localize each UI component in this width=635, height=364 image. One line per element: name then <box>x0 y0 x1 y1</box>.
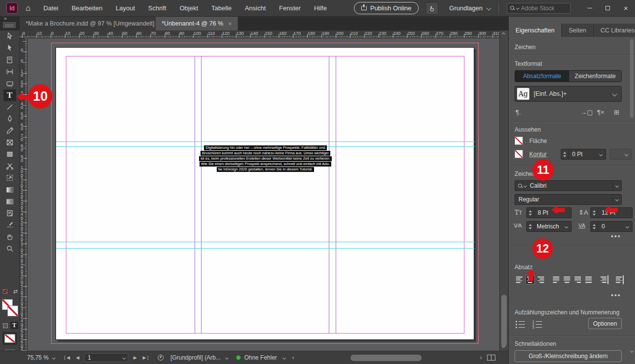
justify-all-button[interactable] <box>584 275 593 284</box>
scrollbar-thumb[interactable] <box>350 355 422 361</box>
chevron-down-icon[interactable] <box>52 356 56 359</box>
close-button[interactable]: × <box>617 2 635 15</box>
ruler-guide[interactable] <box>56 248 475 249</box>
font-style-dropdown[interactable]: Regular <box>515 194 622 205</box>
stroke-weight-field[interactable]: 0 Pt <box>561 149 606 160</box>
formatting-affects-container-icon[interactable] <box>3 323 8 328</box>
paragraph-marks-icon[interactable]: ¶. <box>516 109 521 116</box>
tracking-field[interactable]: 0 <box>590 221 633 232</box>
line-tool[interactable] <box>3 101 16 113</box>
new-style-icon[interactable]: ⊞ <box>614 109 619 116</box>
vertical-ruler[interactable]: 001 02 03 04 05 06 07 08 09 01 0 01 1 01… <box>20 38 28 351</box>
zeichenformate-segment[interactable]: Zeichenformate <box>569 71 621 82</box>
ruler-guide[interactable] <box>56 242 475 242</box>
scissors-tool[interactable] <box>3 160 16 172</box>
free-transform-tool[interactable] <box>3 172 16 184</box>
preflight-icon[interactable] <box>158 355 164 361</box>
clear-overrides-icon[interactable]: ¶× <box>597 109 605 116</box>
search-input[interactable] <box>521 5 567 12</box>
stepper[interactable] <box>527 208 534 218</box>
scroll-right-icon[interactable]: › <box>480 354 482 361</box>
bullet-list-icon[interactable] <box>516 321 525 328</box>
menu-hilfe[interactable]: Hilfe <box>314 4 327 12</box>
canvas-vertical-scrollbar[interactable] <box>499 30 508 351</box>
direct-selection-tool[interactable] <box>3 42 16 54</box>
apply-color-button[interactable] <box>2 332 17 345</box>
close-tab-icon[interactable]: × <box>228 20 232 28</box>
document-page[interactable]: Digitalisierung hin oder her – ohne mehr… <box>56 47 474 340</box>
font-size-field[interactable]: 8 Pt <box>526 207 572 218</box>
align-right-button[interactable] <box>536 275 546 284</box>
panel-collapse-icon[interactable]: » <box>4 16 6 21</box>
kerning-field[interactable]: Metrisch <box>526 221 572 232</box>
horizontal-ruler[interactable]: 0100102030405060708090100110120130140150… <box>20 30 499 38</box>
options-button[interactable]: Optionen <box>588 318 622 329</box>
align-left-button[interactable] <box>515 275 524 284</box>
error-status[interactable]: Ohne Fehler <box>244 354 277 361</box>
stepper[interactable] <box>591 208 598 218</box>
pen-tool[interactable] <box>3 113 16 125</box>
spread-view-icon[interactable] <box>487 355 495 361</box>
chevron-down-icon[interactable] <box>225 356 229 359</box>
menu-ansicht[interactable]: Ansicht <box>245 4 266 12</box>
font-family-dropdown[interactable]: Calibri <box>515 180 622 191</box>
selected-text-frame[interactable]: Digitalisierung hin oder her – ohne mehr… <box>195 145 336 172</box>
type-tool[interactable]: T <box>3 89 16 101</box>
adobe-stock-search[interactable] <box>507 3 571 14</box>
stroke-label[interactable]: Kontur <box>529 151 547 158</box>
maximize-button[interactable] <box>599 2 617 15</box>
align-away-from-spine-button[interactable] <box>614 275 624 284</box>
paragraph-style-dropdown[interactable]: Ag [Einf. Abs.]+ <box>515 86 622 102</box>
absatzformate-segment[interactable]: Absatzformate <box>515 71 569 82</box>
justify-center-button[interactable] <box>562 275 572 284</box>
panel-scrollbar-thumb[interactable] <box>630 39 634 118</box>
stepper[interactable] <box>591 222 598 231</box>
previous-page-button[interactable]: ◀ <box>76 355 80 360</box>
more-options-icon[interactable]: ••• <box>611 232 621 240</box>
chevron-down-icon[interactable] <box>283 356 286 359</box>
formatting-affects-text-icon[interactable]: T <box>10 322 18 329</box>
panel-scroll-down-icon[interactable] <box>631 347 633 354</box>
scroll-left-icon[interactable]: ‹ <box>292 354 294 361</box>
numbered-list-icon[interactable]: 1 2 3 <box>532 321 542 328</box>
zoom-tool[interactable] <box>3 243 16 254</box>
default-fill-stroke-icon[interactable]: ⇄ <box>2 288 19 297</box>
fill-color-swatch[interactable] <box>515 137 523 145</box>
selection-tool[interactable] <box>3 30 16 42</box>
align-towards-spine-button[interactable] <box>599 275 608 284</box>
note-tool[interactable] <box>3 207 16 219</box>
rectangle-frame-tool[interactable] <box>3 137 16 148</box>
touch-workspace-button[interactable] <box>426 2 438 15</box>
pencil-tool[interactable] <box>3 125 16 137</box>
justify-right-button[interactable] <box>573 275 582 284</box>
document-tab-brochure[interactable]: *Make a Brochure.indd @ 97 % [Umgewandel… <box>20 17 170 30</box>
menu-fenster[interactable]: Fenster <box>279 4 301 12</box>
stepper[interactable] <box>527 222 534 231</box>
publish-online-button[interactable]: Publish Online <box>354 2 419 14</box>
first-page-button[interactable]: ❘◀ <box>63 355 70 360</box>
menu-tabelle[interactable]: Tabelle <box>211 4 231 12</box>
scroll-up-icon[interactable] <box>502 32 505 36</box>
stepper[interactable] <box>561 149 569 159</box>
page-tool[interactable] <box>3 54 16 66</box>
more-options-icon[interactable]: ••• <box>611 291 621 299</box>
hand-tool[interactable] <box>3 231 16 243</box>
stroke-type-dropdown[interactable] <box>610 149 632 160</box>
redefine-style-icon[interactable]: →▢ <box>580 109 593 116</box>
last-page-button[interactable]: ▶❘ <box>143 355 149 360</box>
tool-hints-icon[interactable] <box>3 22 16 28</box>
gradient-feather-tool[interactable] <box>3 196 16 207</box>
color-theme-tool[interactable] <box>3 219 16 231</box>
gap-tool[interactable] <box>3 66 16 78</box>
menu-datei[interactable]: Datei <box>43 4 58 12</box>
document-tab-unbenannt[interactable]: *Unbenannt-4 @ 76 % × <box>156 17 238 30</box>
tab-eigenschaften[interactable]: Eigenschaften <box>509 24 562 37</box>
home-icon[interactable]: ⌂ <box>26 3 30 13</box>
tab-seiten[interactable]: Seiten <box>562 24 593 37</box>
menu-layout[interactable]: Layout <box>116 4 135 12</box>
stroke-swatch[interactable] <box>7 306 18 316</box>
tab-cc-libraries[interactable]: CC Libraries <box>594 24 635 37</box>
scrollbar-thumb[interactable] <box>501 295 507 346</box>
page-number-field[interactable]: 1 <box>84 353 128 362</box>
minimize-button[interactable] <box>580 2 599 15</box>
